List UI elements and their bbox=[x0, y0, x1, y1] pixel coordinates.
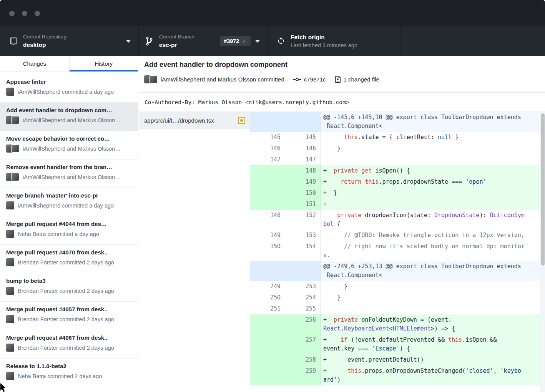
list-item[interactable]: Merge branch 'master' into esc-priAmWill… bbox=[0, 188, 138, 216]
chevron-down-icon bbox=[255, 40, 260, 43]
commit-item-meta-text: iAmWillShepherd and Markus Olsson… bbox=[23, 174, 121, 180]
mouse-cursor-icon bbox=[0, 383, 8, 392]
repository-label: Current Repository bbox=[23, 34, 66, 40]
fetch-origin-button[interactable]: Fetch origin Last fetched 3 minutes ago bbox=[268, 26, 400, 56]
github-desktop-window: Current Repository desktop Current Branc… bbox=[0, 0, 545, 392]
pr-number: #3972 bbox=[224, 38, 239, 44]
commit-sha: c79e71c bbox=[304, 76, 326, 83]
list-item[interactable]: Merge pull request #4044 from des…Neha B… bbox=[0, 216, 138, 245]
list-item[interactable]: Merge pull request #4057 from desk..Bren… bbox=[0, 302, 138, 330]
list-item[interactable]: Merge pull request #4050 from d… bbox=[0, 387, 138, 392]
file-row-dropdown-tsx[interactable]: app/src/ui/t…/dropdown.tsx bbox=[139, 112, 250, 129]
new-line-number: 253 bbox=[285, 281, 321, 292]
diff-line-content: } bbox=[321, 281, 545, 292]
commit-item-title: Remove event handler from the bran… bbox=[6, 164, 133, 170]
current-repository-button[interactable]: Current Repository desktop bbox=[0, 26, 138, 56]
commit-item-meta-text: Brendan Forster committed 2 days ago bbox=[18, 316, 114, 322]
repository-name: desktop bbox=[23, 41, 66, 48]
old-line-number bbox=[250, 334, 285, 354]
list-item[interactable]: Release to 1.1.0-beta2Neha Batra committ… bbox=[0, 359, 138, 387]
old-line-number bbox=[250, 261, 285, 281]
new-line-number bbox=[285, 261, 321, 281]
new-line-number: 148 bbox=[285, 165, 321, 176]
diff-line-row: 146146 } bbox=[250, 143, 545, 154]
diff-area: app/src/ui/t…/dropdown.tsx @@ -145,6 +14… bbox=[139, 112, 545, 392]
new-line-number: 259 bbox=[285, 365, 321, 385]
zoom-button[interactable] bbox=[35, 11, 40, 16]
commit-title: Add event handler to dropdown component bbox=[144, 61, 287, 69]
current-branch-button[interactable]: Current Branch esc-pr #3972 ✓ bbox=[139, 26, 267, 56]
old-line-number: 150 bbox=[250, 241, 285, 261]
commit-item-title: Merge pull request #4067 from desk.. bbox=[6, 334, 133, 341]
old-line-number: 147 bbox=[250, 154, 285, 165]
list-item[interactable]: Add event handler to dropdown com…iAmWil… bbox=[0, 103, 138, 131]
commit-item-title: Move escape behavior to correct co… bbox=[6, 135, 133, 142]
diff-line-content: + if (!event.defaultPrevented && this.is… bbox=[321, 334, 545, 354]
list-item[interactable]: Remove event handler from the bran…iAmWi… bbox=[0, 159, 138, 188]
diff-line-row: 145145 this.state = { clientRect: null } bbox=[250, 132, 545, 143]
diff-line-row: 150+ } bbox=[250, 188, 545, 199]
diff-line-content: @@ -249,6 +253,13 @@ export class Toolba… bbox=[321, 261, 545, 281]
diff-line-content: } bbox=[321, 143, 545, 154]
commit-item-meta: Brendan Forster committed 2 days ago bbox=[6, 258, 133, 266]
avatar bbox=[6, 344, 14, 352]
commit-item-meta: Neha Batra committed a day ago bbox=[6, 230, 133, 238]
toolbar: Current Repository desktop Current Branc… bbox=[0, 26, 545, 56]
old-line-number: 148 bbox=[250, 210, 285, 230]
old-line-number: 149 bbox=[250, 230, 285, 241]
old-line-number bbox=[250, 365, 285, 385]
fetch-subtitle: Last fetched 3 minutes ago bbox=[291, 42, 357, 49]
branch-label: Current Branch bbox=[159, 34, 194, 40]
avatar bbox=[6, 201, 14, 209]
minimize-button[interactable] bbox=[22, 11, 27, 16]
avatar bbox=[6, 287, 14, 295]
diff-hunk-header-row: @@ -145,6 +145,10 @@ export class Toolba… bbox=[250, 112, 545, 132]
list-item[interactable]: bump to beta3Brendan Forster committed 2… bbox=[0, 273, 138, 302]
commit-item-meta: Neha Batra committed 2 days ago bbox=[6, 372, 133, 380]
diff-line-row: 150154 // right now it's scaled badly on… bbox=[250, 241, 545, 261]
sync-icon bbox=[277, 37, 285, 46]
commit-item-title: Merge pull request #4057 from desk.. bbox=[6, 306, 133, 312]
commit-item-title: Appease linter bbox=[6, 78, 133, 85]
commit-item-title: bump to beta3 bbox=[6, 277, 133, 284]
commit-item-meta: iAmWillShepherd and Markus Olsson… bbox=[6, 145, 133, 153]
diff-line-content: // @TODO: Remake triangle octicon in a 1… bbox=[321, 230, 545, 241]
title-bar bbox=[0, 0, 545, 26]
diff-line-content: + event.preventDefault() bbox=[321, 354, 545, 365]
diff-line-content: + } bbox=[321, 188, 545, 199]
diff-scrollbar bbox=[540, 112, 545, 392]
list-item[interactable]: Merge pull request #4070 from desk..Bren… bbox=[0, 245, 138, 273]
changed-files-panel: app/src/ui/t…/dropdown.tsx bbox=[139, 112, 250, 392]
diff-line-row: 259+ this.props.onDropdownStateChanged('… bbox=[250, 365, 545, 385]
avatar bbox=[6, 372, 14, 380]
coauthor-line: Co-Authored-By: Markus Olsson <niik@user… bbox=[145, 99, 349, 105]
commit-item-meta: iAmWillShepherd and Markus Olsson… bbox=[6, 173, 133, 181]
diff-line-row: 251255 bbox=[250, 303, 545, 314]
diff-line-content: + bbox=[321, 199, 545, 210]
commit-item-title: Merge pull request #4070 from desk.. bbox=[6, 249, 133, 256]
toolbar-divider bbox=[400, 26, 400, 56]
list-item[interactable]: Appease linteriAmWillShepherd committed … bbox=[0, 74, 138, 103]
commit-item-meta-text: iAmWillShepherd and Markus Olsson… bbox=[23, 146, 121, 152]
new-line-number: 256 bbox=[285, 314, 321, 334]
history-sidebar: Changes History Appease linteriAmWillShe… bbox=[0, 56, 138, 392]
list-item[interactable]: Merge pull request #4067 from desk..Bren… bbox=[0, 330, 138, 359]
new-line-number: 257 bbox=[285, 334, 321, 354]
tab-history[interactable]: History bbox=[69, 56, 138, 71]
scrollbar-thumb[interactable] bbox=[541, 113, 545, 266]
repo-icon bbox=[9, 37, 18, 46]
diff-line-content: + private get isOpen() { bbox=[321, 165, 545, 176]
commit-meta: iAmWillShepherd and Markus Olsson commit… bbox=[144, 75, 379, 83]
new-line-number: 255 bbox=[285, 303, 321, 314]
check-icon: ✓ bbox=[242, 38, 247, 45]
avatar bbox=[11, 145, 19, 153]
commit-item-meta-text: Brendan Forster committed 2 days ago bbox=[18, 288, 114, 294]
diff-line-row: 148+ private get isOpen() { bbox=[250, 165, 545, 176]
close-button[interactable] bbox=[9, 11, 15, 16]
diff-rows: @@ -145,6 +145,10 @@ export class Toolba… bbox=[250, 112, 545, 385]
diff-line-content: + private onFoldoutKeyDown = (event: Rea… bbox=[321, 314, 545, 334]
list-item[interactable]: Move escape behavior to correct co…iAmWi… bbox=[0, 131, 138, 159]
tab-changes[interactable]: Changes bbox=[0, 56, 69, 71]
old-line-number bbox=[250, 188, 285, 199]
chevron-down-icon bbox=[126, 40, 131, 43]
